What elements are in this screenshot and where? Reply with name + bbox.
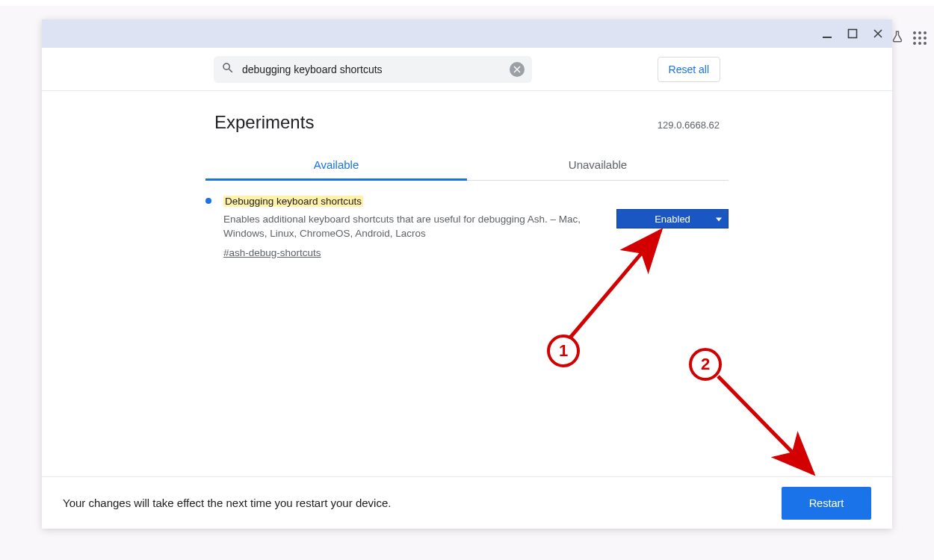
tabs: Available Unavailable — [205, 149, 729, 181]
version-label: 129.0.6668.62 — [658, 119, 720, 131]
flag-hash-link[interactable]: #ash-debug-shortcuts — [223, 246, 321, 261]
flag-state-value: Enabled — [655, 214, 690, 225]
browser-tabstrip — [0, 0, 934, 6]
content-area: Experiments 129.0.6668.62 Available Unav… — [42, 91, 892, 476]
svg-rect-0 — [823, 37, 832, 38]
tab-available[interactable]: Available — [205, 149, 467, 180]
minimize-button[interactable] — [817, 24, 837, 43]
flag-state-select[interactable]: Enabled — [616, 209, 729, 228]
restart-button[interactable]: Restart — [782, 487, 871, 520]
tab-unavailable[interactable]: Unavailable — [467, 149, 729, 180]
svg-rect-1 — [849, 30, 857, 38]
flag-description: Enables additional keyboard shortcuts th… — [223, 212, 604, 241]
search-toolbar: Reset all — [42, 48, 892, 91]
labs-icon[interactable] — [891, 30, 904, 46]
restart-footer: Your changes will take effect the next t… — [42, 476, 892, 529]
reset-all-button[interactable]: Reset all — [658, 57, 720, 82]
clear-search-icon[interactable] — [510, 62, 525, 77]
page-title: Experiments — [214, 112, 314, 133]
search-icon — [221, 61, 235, 78]
annotation-step-2: 2 — [689, 348, 722, 381]
window-titlebar — [42, 19, 892, 48]
apps-icon[interactable] — [913, 31, 927, 45]
experiments-window: Reset all Experiments 129.0.6668.62 Avai… — [42, 19, 892, 529]
flag-title: Debugging keyboard shortcuts — [223, 196, 363, 207]
modified-dot-icon — [205, 198, 211, 204]
flag-row: Debugging keyboard shortcuts Enables add… — [205, 181, 729, 260]
annotation-step-1: 1 — [547, 335, 580, 367]
restart-message: Your changes will take effect the next t… — [63, 497, 391, 509]
browser-toolbar-right — [891, 30, 927, 46]
close-button[interactable] — [868, 24, 888, 43]
search-input[interactable] — [242, 63, 502, 75]
maximize-button[interactable] — [843, 24, 862, 43]
search-box[interactable] — [214, 56, 532, 83]
